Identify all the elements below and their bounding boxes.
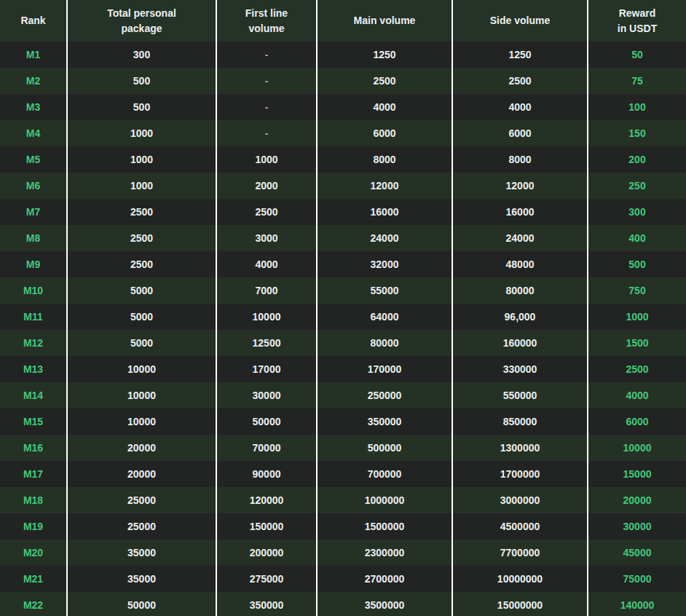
main-volume-cell: 1500000 [317,513,452,540]
reward-in-usdt-cell: 75000 [588,566,686,592]
reward-in-usdt-cell: 10000 [588,435,686,461]
first-line-volume-cell: 90000 [216,461,317,487]
reward-in-usdt-cell: 50 [588,42,686,68]
main-volume-cell: 1000000 [317,487,452,513]
side-volume-cell: 15000000 [452,592,588,616]
first-line-volume-cell: 12500 [216,330,317,356]
rank-cell: M21 [0,566,67,592]
rank-cell: M4 [0,120,67,146]
side-volume-cell: 550000 [452,382,588,408]
col-header-first-line-volume: First line volume [216,0,317,42]
reward-in-usdt-cell: 750 [588,277,686,304]
side-volume-cell: 8000 [452,146,588,173]
rank-cell: M15 [0,408,67,435]
table-row: M7250025001600016000300 [0,199,686,225]
reward-in-usdt-cell: 150 [588,120,686,146]
main-volume-cell: 2500 [317,68,452,94]
reward-in-usdt-cell: 45000 [588,540,686,566]
rank-cell: M8 [0,225,67,251]
reward-in-usdt-cell: 500 [588,251,686,277]
header-row: Rank Total personal package First line v… [0,0,686,42]
table-row: M1310000170001700003300002500 [0,356,686,382]
table-row: M3500-40004000100 [0,94,686,120]
rank-cell: M2 [0,68,67,94]
side-volume-cell: 2500 [452,68,588,94]
table-row: M20350002000002300000770000045000 [0,540,686,566]
main-volume-cell: 6000 [317,120,452,146]
col-header-main-volume: Main volume [317,0,452,42]
side-volume-cell: 7700000 [452,540,588,566]
total-personal-package-cell: 20000 [67,461,216,487]
rank-rewards-table-grid: Rank Total personal package First line v… [0,0,686,616]
side-volume-cell: 1300000 [452,435,588,461]
reward-in-usdt-cell: 250 [588,173,686,199]
main-volume-cell: 80000 [317,330,452,356]
first-line-volume-cell: 2500 [216,199,317,225]
col-header-side-volume: Side volume [452,0,588,42]
first-line-volume-cell: 120000 [216,487,317,513]
rank-cell: M13 [0,356,67,382]
table-row: M172000090000700000170000015000 [0,461,686,487]
first-line-volume-cell: 30000 [216,382,317,408]
table-row: M6100020001200012000250 [0,173,686,199]
total-personal-package-cell: 5000 [67,304,216,330]
rank-cell: M1 [0,42,67,68]
table-row: M18250001200001000000300000020000 [0,487,686,513]
main-volume-cell: 350000 [317,408,452,435]
rank-cell: M9 [0,251,67,277]
rank-cell: M22 [0,592,67,616]
total-personal-package-cell: 10000 [67,356,216,382]
first-line-volume-cell: 4000 [216,251,317,277]
first-line-volume-cell: 200000 [216,540,317,566]
reward-in-usdt-cell: 20000 [588,487,686,513]
first-line-volume-cell: - [216,68,317,94]
side-volume-cell: 6000 [452,120,588,146]
total-personal-package-cell: 1000 [67,173,216,199]
side-volume-cell: 850000 [452,408,588,435]
main-volume-cell: 64000 [317,304,452,330]
main-volume-cell: 24000 [317,225,452,251]
total-personal-package-cell: 500 [67,68,216,94]
total-personal-package-cell: 35000 [67,566,216,592]
side-volume-cell: 16000 [452,199,588,225]
table-row: M2250000350000350000015000000140000 [0,592,686,616]
reward-in-usdt-cell: 300 [588,199,686,225]
reward-in-usdt-cell: 140000 [588,592,686,616]
first-line-volume-cell: - [216,120,317,146]
total-personal-package-cell: 25000 [67,513,216,540]
main-volume-cell: 32000 [317,251,452,277]
side-volume-cell: 12000 [452,173,588,199]
table-row: M19250001500001500000450000030000 [0,513,686,540]
total-personal-package-cell: 2500 [67,251,216,277]
first-line-volume-cell: 350000 [216,592,317,616]
first-line-volume-cell: 3000 [216,225,317,251]
rank-cell: M17 [0,461,67,487]
total-personal-package-cell: 20000 [67,435,216,461]
total-personal-package-cell: 1000 [67,120,216,146]
table-row: M2500-2500250075 [0,68,686,94]
main-volume-cell: 700000 [317,461,452,487]
rank-cell: M12 [0,330,67,356]
table-row: M162000070000500000130000010000 [0,435,686,461]
main-volume-cell: 16000 [317,199,452,225]
table-row: M12500012500800001600001500 [0,330,686,356]
table-row: M8250030002400024000400 [0,225,686,251]
side-volume-cell: 3000000 [452,487,588,513]
reward-in-usdt-cell: 15000 [588,461,686,487]
rank-cell: M14 [0,382,67,408]
main-volume-cell: 250000 [317,382,452,408]
rank-cell: M19 [0,513,67,540]
side-volume-cell: 1250 [452,42,588,68]
reward-in-usdt-cell: 1000 [588,304,686,330]
side-volume-cell: 1700000 [452,461,588,487]
side-volume-cell: 4500000 [452,513,588,540]
side-volume-cell: 24000 [452,225,588,251]
table-row: M1300-1250125050 [0,42,686,68]
total-personal-package-cell: 300 [67,42,216,68]
first-line-volume-cell: 1000 [216,146,317,173]
first-line-volume-cell: 10000 [216,304,317,330]
reward-in-usdt-cell: 100 [588,94,686,120]
reward-in-usdt-cell: 1500 [588,330,686,356]
main-volume-cell: 2300000 [317,540,452,566]
col-header-reward-in-usdt: Reward in USDT [588,0,686,42]
